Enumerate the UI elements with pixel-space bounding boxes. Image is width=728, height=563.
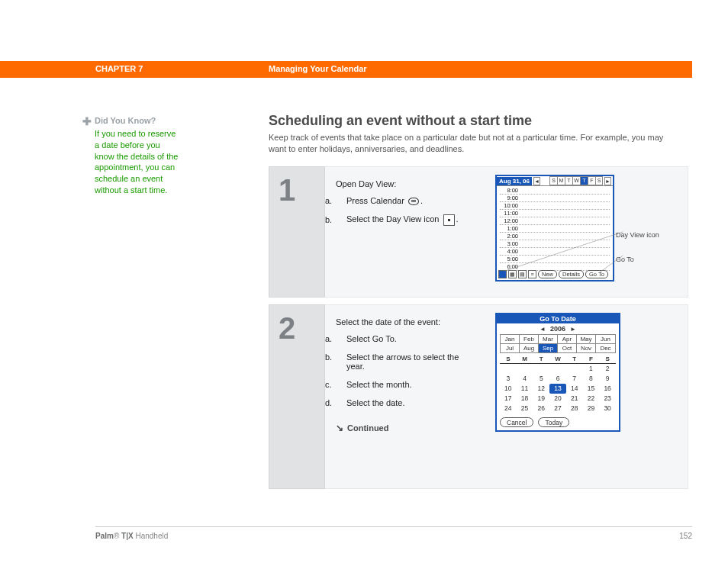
section-intro: Keep track of events that take place on … [269, 132, 681, 156]
day-view-goto-button: Go To [585, 270, 608, 278]
day-view-weekday: S [549, 176, 557, 185]
goto-date-cell: 26 [533, 404, 549, 413]
page-footer: Palm® T|X Handheld 152 [95, 526, 692, 540]
day-view-weekday: S [595, 176, 603, 185]
chapter-title: Managing Your Calendar [269, 64, 367, 73]
section-heading: Scheduling an event without a start time [269, 113, 532, 129]
goto-date-cell: 4 [517, 374, 533, 384]
agenda-view-mode-icon: ≡ [528, 270, 536, 278]
goto-date-weekday: T [533, 355, 549, 362]
goto-date-cell: 3 [500, 374, 517, 384]
tip-body: If you need to reserve a date before you… [95, 128, 182, 196]
continued-arrow-icon: ↘ [336, 423, 343, 433]
day-view-weekday: F [588, 176, 595, 185]
goto-date-cell: 9 [599, 374, 616, 384]
step-2: 2 Select the date of the event: a.Select… [269, 304, 688, 489]
page-number: 152 [679, 532, 692, 540]
goto-date-cell: 19 [533, 394, 549, 404]
footer-brand: Palm® T|X Handheld [95, 532, 168, 540]
goto-date-cell: 22 [583, 394, 600, 404]
goto-date-month: Oct [558, 344, 577, 352]
goto-date-weekday: F [583, 355, 600, 362]
goto-date-month: Jan [501, 335, 520, 344]
step-1-number: 1 [269, 166, 325, 298]
goto-date-cell: 10 [500, 384, 517, 394]
day-view-new-button: New [538, 270, 557, 278]
day-view-weekday: T [565, 176, 572, 185]
goto-date-cell: 1 [583, 364, 600, 374]
goto-date-cell [549, 364, 566, 374]
chapter-label: CHAPTER 7 [95, 64, 143, 73]
goto-date-weekday: S [599, 355, 616, 362]
goto-date-cell: 18 [517, 394, 533, 404]
day-view-hour-row: 5:00 [500, 256, 610, 263]
goto-date-month: Mar [539, 335, 558, 344]
goto-date-row: 3456789 [500, 374, 616, 384]
goto-date-cell: 21 [566, 394, 583, 404]
goto-date-year-row: ◄2006► [497, 323, 619, 334]
goto-date-popup: Go To Date ◄2006► JanFebMarAprMayJunJulA… [495, 313, 620, 432]
goto-date-days: 1234567891011121314151617181920212223242… [500, 364, 616, 413]
goto-date-row: 17181920212223 [500, 394, 616, 404]
next-day-icon: ► [604, 177, 611, 185]
goto-date-cell: 2 [599, 364, 616, 374]
goto-date-cell [566, 364, 583, 374]
step-1-body: Open Day View: a.Press Calendar . b.Sele… [325, 166, 688, 298]
goto-date-cell: 11 [517, 384, 533, 394]
goto-date-month: May [577, 335, 596, 344]
step-2-b: b.Select the arrows to select the year. [336, 352, 473, 371]
goto-date-cell: 17 [500, 394, 517, 404]
day-view-hour-row: 1:00 [500, 225, 610, 233]
day-view-weekday: T [580, 176, 588, 185]
goto-date-year: 2006 [550, 325, 565, 333]
goto-date-grid: SMTWTFS 12345678910111213141516171819202… [500, 355, 616, 413]
day-view-mode-icon [498, 270, 507, 278]
next-year-icon: ► [570, 326, 576, 333]
did-you-know-tip: ✚ Did You Know? If you need to reserve a… [82, 115, 182, 196]
goto-date-cell: 6 [549, 374, 566, 384]
goto-date-weekdays: SMTWTFS [500, 355, 616, 364]
goto-date-cell: 28 [566, 404, 583, 413]
goto-date-month: Jun [596, 335, 615, 344]
day-view-date: Aug 31, 06 [497, 177, 532, 185]
day-view-weekday: W [572, 176, 580, 185]
goto-date-month: Jul [501, 344, 520, 352]
goto-date-month: Feb [520, 335, 539, 344]
goto-date-months: JanFebMarAprMayJunJulAugSepOctNovDec [500, 334, 616, 353]
page-header: CHAPTER 7 Managing Your Calendar [0, 61, 692, 78]
goto-date-month: Apr [558, 335, 577, 344]
goto-date-cell: 29 [583, 404, 600, 413]
goto-date-weekday: S [500, 355, 517, 362]
callout-day-view: Day View icon [616, 231, 672, 239]
goto-date-weekday: T [566, 355, 583, 362]
goto-date-month: Aug [520, 344, 539, 352]
day-view-hour-row: 9:00 [500, 195, 610, 202]
goto-date-title: Go To Date [497, 314, 619, 323]
plus-icon: ✚ [82, 114, 92, 129]
prev-year-icon: ◄ [540, 326, 546, 333]
goto-date-row: 24252627282930 [500, 404, 616, 413]
goto-date-cell: 25 [517, 404, 533, 413]
goto-date-month: Sep [539, 344, 558, 352]
goto-date-cell: 16 [599, 384, 616, 394]
goto-date-cell: 30 [599, 404, 616, 413]
callout-goto: Go To [616, 256, 672, 263]
goto-date-weekday: M [517, 355, 533, 362]
goto-date-cell: 14 [566, 384, 583, 394]
day-view-hour-row: 2:00 [500, 233, 610, 240]
goto-date-cell: 5 [533, 374, 549, 384]
day-view-hours: 8:009:0010:0011:0012:001:002:003:004:005… [497, 186, 613, 271]
goto-date-cancel-button: Cancel [500, 417, 533, 427]
goto-date-cell: 23 [599, 394, 616, 404]
day-view-hour-row: 3:00 [500, 240, 610, 248]
goto-date-cell: 12 [533, 384, 549, 394]
day-view-icon [443, 214, 455, 226]
day-view-screenshot: Aug 31, 06 ◄ SMTWTFS ► 8:009:0010:0011:0… [495, 175, 614, 282]
day-view-hour-row: 4:00 [500, 248, 610, 256]
month-view-mode-icon: ▤ [518, 270, 527, 278]
goto-date-month: Nov [577, 344, 596, 352]
step-1: 1 Open Day View: a.Press Calendar . b.Se… [269, 166, 688, 298]
week-view-mode-icon: ▦ [508, 270, 517, 278]
goto-date-cell [533, 364, 549, 374]
goto-date-row: 12 [500, 364, 616, 374]
